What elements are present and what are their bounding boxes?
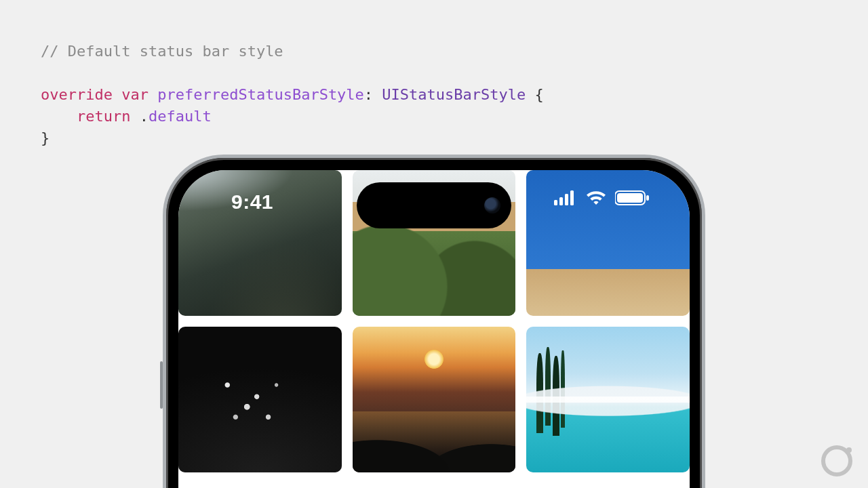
svg-point-8 [846,447,852,453]
photo-tile[interactable] [526,327,690,472]
photo-tile[interactable] [526,170,690,316]
photo-tile[interactable] [178,327,342,472]
svg-point-7 [823,447,850,474]
dot: . [140,108,149,125]
type-UIStatusBarStyle: UIStatusBarStyle [382,86,526,103]
lbrace: { [535,86,544,103]
photo-grid [178,170,690,472]
photo-tile[interactable] [353,327,516,472]
iphone-frame: 9:41 [163,155,705,488]
code-snippet: // Default status bar style override var… [41,41,544,148]
colon: : [364,86,373,103]
iphone-screen: 9:41 [178,170,690,488]
photo-tile[interactable] [353,170,516,316]
watermark-icon [819,443,854,479]
enum-default: default [149,108,212,125]
kw-var: var [121,86,149,103]
photo-tile[interactable] [178,170,342,316]
rbrace: } [41,129,50,146]
ident-preferredStatusBarStyle: preferredStatusBarStyle [157,86,364,103]
kw-return: return [77,108,130,125]
kw-override: override [41,86,113,103]
code-comment: // Default status bar style [41,43,283,60]
